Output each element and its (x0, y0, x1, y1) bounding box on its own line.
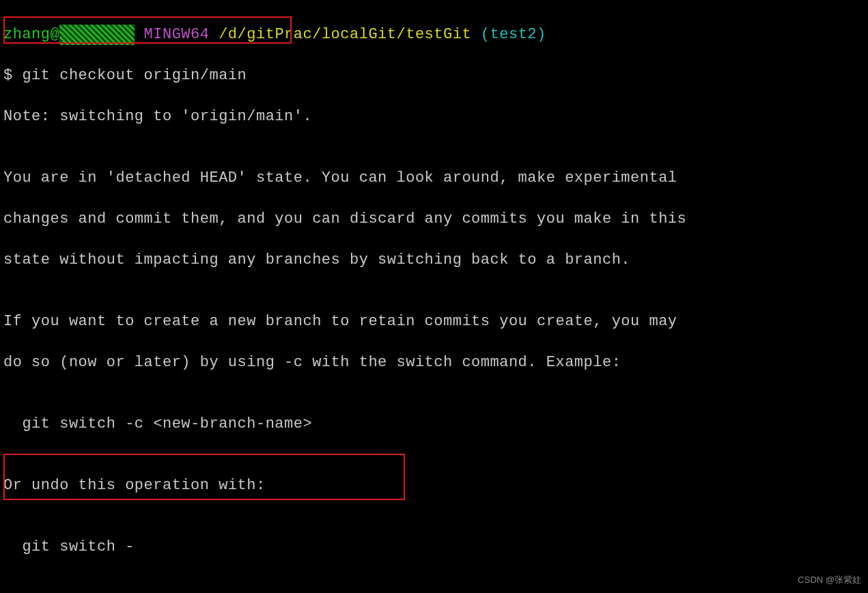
prompt-env: MINGW64 (144, 26, 210, 43)
output-line: git switch - (3, 537, 865, 557)
command-1: $ git checkout origin/main (3, 66, 865, 86)
prompt-host-redacted: ######## (59, 25, 135, 45)
output-line: Or undo this operation with: (3, 475, 865, 496)
terminal[interactable]: zhang@######## MINGW64 /d/gitPrac/localG… (0, 0, 868, 593)
output-line: do so (now or later) by using -c with th… (3, 353, 865, 373)
output-line: If you want to create a new branch to re… (3, 312, 865, 332)
prompt-branch: (test2) (481, 26, 546, 43)
output-line: Note: switching to 'origin/main'. (3, 107, 865, 127)
prompt-path: /d/gitPrac/localGit/testGit (219, 26, 471, 43)
prompt-user: zhang@ (3, 26, 59, 43)
output-line: You are in 'detached HEAD' state. You ca… (3, 168, 865, 189)
output-line: changes and commit them, and you can dis… (3, 209, 865, 230)
output-line: git switch -c <new-branch-name> (3, 414, 865, 435)
watermark: CSDN @张紫娃 (798, 570, 861, 590)
prompt-line-1: zhang@######## MINGW64 /d/gitPrac/localG… (3, 25, 865, 45)
output-line: state without impacting any branches by … (3, 250, 865, 271)
